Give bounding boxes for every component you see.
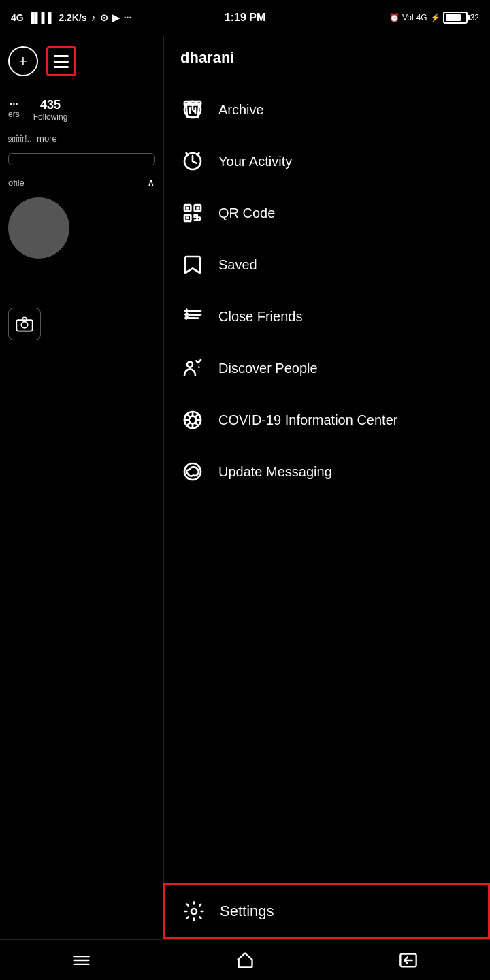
bottom-nav bbox=[0, 939, 490, 980]
followers-stat: ··· ers bbox=[8, 98, 20, 122]
followers-label: ers bbox=[8, 110, 20, 119]
nav-back-button[interactable] bbox=[388, 940, 429, 981]
bookmark-icon bbox=[180, 252, 205, 277]
speed-label: 2.2K/s bbox=[59, 12, 86, 23]
menu-item-saved[interactable]: Saved bbox=[164, 239, 490, 291]
archive-label: Archive bbox=[218, 101, 264, 118]
messaging-icon bbox=[180, 459, 205, 484]
svg-rect-7 bbox=[186, 207, 189, 210]
discover-people-label: Discover People bbox=[218, 359, 318, 377]
edit-profile-button[interactable] bbox=[8, 153, 155, 165]
menu-item-discover-people[interactable]: Discover People bbox=[164, 342, 490, 394]
nav-hamburger-icon bbox=[72, 951, 91, 970]
battery-icon bbox=[443, 12, 468, 24]
menu-item-covid-info[interactable]: COVID-19 Information Center bbox=[164, 394, 490, 446]
bio-text: உார்ர்!... more bbox=[8, 133, 155, 145]
close-friends-icon: ✦ ✦ ✦ bbox=[180, 304, 205, 329]
menu-item-qr-code[interactable]: QR Code bbox=[164, 187, 490, 239]
status-right: ⏰ Vol 4G ⚡ 32 bbox=[389, 12, 479, 24]
drawer-username: dharani bbox=[180, 49, 234, 66]
hamburger-icon bbox=[54, 55, 69, 68]
profile-section-header: ofile ∧ bbox=[8, 176, 155, 189]
qr-code-label: QR Code bbox=[218, 204, 275, 222]
lte-label: 4G bbox=[416, 13, 427, 22]
svg-line-28 bbox=[195, 423, 199, 426]
activity-label: Your Activity bbox=[218, 152, 292, 170]
status-bar: 4G ▐▌▌▌ 2.2K/s ♪ ⊙ ▶ ··· 1:19 PM ⏰ Vol 4… bbox=[0, 0, 490, 35]
menu-item-close-friends[interactable]: ✦ ✦ ✦ Close Friends bbox=[164, 291, 490, 342]
youtube-icon: ▶ bbox=[112, 12, 120, 23]
vol-label: Vol bbox=[402, 13, 414, 22]
settings-icon bbox=[182, 899, 206, 924]
covid-info-label: COVID-19 Information Center bbox=[218, 411, 397, 429]
add-photo-button[interactable] bbox=[8, 308, 41, 340]
add-story-button[interactable]: + bbox=[8, 46, 38, 76]
drawer-panel: dharani Archive bbox=[163, 35, 490, 939]
battery-percent: 32 bbox=[470, 13, 479, 22]
left-panel: + ··· ers 435 Following உார்ர்!... more … bbox=[0, 35, 163, 939]
settings-row[interactable]: Settings bbox=[163, 883, 490, 939]
bolt-icon: ⚡ bbox=[430, 13, 440, 22]
menu-button[interactable] bbox=[46, 46, 76, 76]
camera-icon bbox=[15, 314, 34, 333]
menu-item-update-messaging[interactable]: Update Messaging bbox=[164, 446, 490, 497]
drawer-header: dharani bbox=[164, 35, 490, 78]
following-stat: 435 Following bbox=[33, 98, 68, 122]
settings-label: Settings bbox=[220, 902, 274, 920]
status-time: 1:19 PM bbox=[225, 12, 265, 24]
update-messaging-label: Update Messaging bbox=[218, 463, 332, 480]
svg-line-27 bbox=[186, 414, 190, 417]
svg-point-1 bbox=[21, 322, 27, 328]
nav-home-icon bbox=[235, 951, 255, 970]
menu-list: Archive Your Activity bbox=[164, 78, 490, 939]
followers-count: ··· bbox=[10, 98, 18, 110]
left-panel-header: + bbox=[8, 46, 155, 76]
menu-item-archive[interactable]: Archive bbox=[164, 84, 490, 135]
signal-bars: ▐▌▌▌ bbox=[28, 12, 55, 23]
profile-section-label: ofile bbox=[8, 178, 24, 188]
profile-stats: ··· ers 435 Following bbox=[8, 98, 155, 122]
saved-label: Saved bbox=[218, 256, 257, 274]
archive-icon bbox=[180, 97, 205, 122]
nav-back-icon bbox=[399, 951, 418, 970]
activity-icon bbox=[180, 149, 205, 174]
following-count: 435 bbox=[40, 98, 61, 112]
nav-menu-button[interactable] bbox=[61, 940, 102, 981]
svg-rect-8 bbox=[196, 207, 199, 210]
close-friends-label: Close Friends bbox=[218, 308, 302, 325]
network-label: 4G bbox=[11, 12, 24, 23]
avatar bbox=[8, 197, 69, 259]
following-label: Following bbox=[33, 112, 68, 122]
status-left: 4G ▐▌▌▌ 2.2K/s ♪ ⊙ ▶ ··· bbox=[11, 12, 131, 23]
qr-code-icon bbox=[180, 201, 205, 225]
covid-info-icon bbox=[180, 408, 205, 432]
battery-fill bbox=[446, 14, 461, 21]
svg-point-19 bbox=[187, 362, 193, 368]
nav-home-button[interactable] bbox=[225, 940, 265, 981]
svg-point-32 bbox=[191, 909, 197, 914]
plus-icon: + bbox=[19, 54, 28, 69]
music-icon: ♪ bbox=[91, 12, 96, 23]
svg-line-30 bbox=[186, 423, 190, 426]
dots-icon: ··· bbox=[124, 12, 132, 23]
svg-rect-9 bbox=[186, 216, 189, 219]
chevron-up-icon[interactable]: ∧ bbox=[147, 176, 155, 189]
discover-people-icon bbox=[180, 356, 205, 380]
alarm-icon: ⏰ bbox=[389, 13, 399, 22]
svg-line-29 bbox=[195, 414, 199, 417]
vibrate-icon: ⊙ bbox=[100, 12, 108, 23]
menu-item-your-activity[interactable]: Your Activity bbox=[164, 135, 490, 187]
